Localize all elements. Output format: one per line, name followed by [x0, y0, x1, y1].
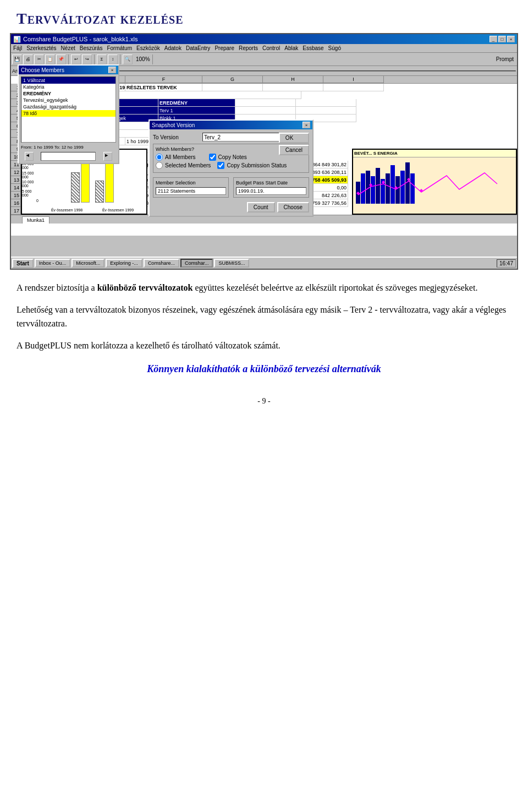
toolbar-sep1: [68, 55, 69, 64]
member-selection-label: Member Selection: [156, 180, 226, 186]
menu-ablak[interactable]: Ablak: [284, 45, 298, 51]
page-number: - 9 -: [0, 397, 528, 417]
selected-members-radio[interactable]: [156, 162, 163, 169]
toolbar-paste[interactable]: 📌: [56, 55, 66, 64]
para1-bold: különböző tervváltozatok: [97, 283, 193, 292]
paragraph-3: A BudgetPLUS nem korlátozza a kezelhető …: [16, 339, 512, 353]
menu-essbase[interactable]: Essbase: [302, 45, 323, 51]
paragraph-2: Lehetőség van a tervváltozatok bizonyos …: [16, 303, 512, 331]
body-section: A rendszer biztosítja a különböző tervvá…: [16, 281, 512, 295]
toolbar-prompt[interactable]: Prompt: [496, 56, 514, 62]
menu-prepare[interactable]: Prepare: [215, 45, 234, 51]
toolbar-cut[interactable]: ✂: [34, 55, 44, 64]
menu-edit[interactable]: Szerkesztés: [26, 45, 56, 51]
maximize-button[interactable]: □: [498, 36, 506, 42]
row-num-12: 12: [11, 168, 21, 176]
menu-tools[interactable]: Eszközök: [136, 45, 160, 51]
menu-control[interactable]: Control: [262, 45, 280, 51]
taskbar-comshar2[interactable]: Comshar...: [180, 259, 213, 268]
col-header-h: H: [263, 76, 323, 83]
chart-label-1998: Év összesen 1998: [51, 208, 82, 212]
taskbar-exploring[interactable]: Exploring -...: [106, 259, 142, 268]
col-header-g: G: [202, 76, 263, 83]
cell-h3: [296, 99, 356, 107]
snapshot-title: Snapshot Version: [152, 122, 195, 128]
svg-marker-4: [407, 178, 410, 181]
choose-members-title: Choose Members: [21, 67, 64, 73]
toolbar-print[interactable]: 🖨: [23, 55, 33, 64]
taskbar-comshare1[interactable]: Comshare...: [144, 259, 179, 268]
choose-members-dialog[interactable]: Choose Members × 1 Változat Kategória ER…: [18, 64, 119, 164]
cell-h1: [263, 84, 323, 91]
para1-start: A rendszer biztosítja a: [16, 283, 97, 292]
body-section-2: Lehetőség van a tervváltozatok bizonyos …: [16, 303, 512, 353]
members-list[interactable]: 1 Változat Kategória EREDMÉNY Tervezési_…: [21, 77, 116, 143]
svg-marker-2: [382, 181, 385, 184]
copy-notes-label: Copy Notes: [218, 154, 247, 160]
taskbar-inbox[interactable]: Inbox - Ou...: [35, 259, 71, 268]
chart-label-1999: Év összesen 1999: [102, 208, 134, 212]
nav-scroll[interactable]: [41, 152, 96, 161]
toolbar-sep3: [120, 55, 120, 64]
cell-g1: [202, 84, 263, 91]
toolbar-undo[interactable]: ↩: [71, 55, 81, 64]
menu-file[interactable]: Fájl: [13, 45, 22, 51]
toolbar-redo[interactable]: ↪: [82, 55, 92, 64]
menu-help[interactable]: Súgó: [328, 45, 341, 51]
close-button[interactable]: ×: [507, 36, 515, 42]
window-title: Comshare BudgetPLUS - sarok_blokk1.xls: [23, 36, 138, 42]
choose-members-close[interactable]: ×: [108, 67, 116, 73]
cell-f1: RÉSZLETES TERVEK: [125, 84, 202, 91]
taskbar: Start Inbox - Ou... Microsoft... Explori…: [11, 257, 517, 269]
toolbar-sum[interactable]: Σ: [97, 55, 107, 64]
snapshot-titlebar: Snapshot Version ×: [150, 121, 312, 129]
choose-button[interactable]: Choose: [277, 202, 309, 212]
formula-input[interactable]: [85, 70, 516, 72]
sheet-tab-munka1[interactable]: Munka1: [22, 216, 50, 224]
start-button[interactable]: Start: [12, 259, 34, 268]
member-kateg[interactable]: Kategória: [21, 84, 116, 90]
copy-submission-check[interactable]: [217, 162, 224, 169]
menu-insert[interactable]: Beszúrás: [80, 45, 103, 51]
budget-pass-label: Budget Pass Start Date: [236, 180, 306, 186]
menu-reports[interactable]: Reports: [239, 45, 258, 51]
taskbar-submiss[interactable]: SUBMISS...: [214, 259, 249, 268]
window-titlebar: 📊 Comshare BudgetPLUS - sarok_blokk1.xls…: [11, 34, 517, 44]
snapshot-cancel-button[interactable]: Cancel: [279, 145, 309, 155]
right-chart: BEVÉT... S ENERGIA: [352, 149, 517, 215]
copy-notes-check[interactable]: [209, 154, 216, 161]
minimize-button[interactable]: _: [490, 36, 497, 42]
menu-view[interactable]: Nézet: [61, 45, 75, 51]
col-header-f: F: [125, 76, 202, 83]
cell-i1: [323, 84, 384, 91]
toolbar-zoom[interactable]: 🔍: [123, 55, 133, 64]
nav-left[interactable]: ◄: [25, 152, 34, 161]
count-button[interactable]: Count: [247, 202, 275, 212]
snapshot-close[interactable]: ×: [302, 122, 310, 128]
toolbar-save[interactable]: 💾: [12, 55, 22, 64]
cell-g3: [235, 99, 296, 107]
member-eredmeny[interactable]: EREDMÉNY: [21, 90, 116, 97]
para1-rest: együttes kezelését beleértve az elkészül…: [193, 283, 477, 292]
row-num-17: 17: [11, 207, 21, 215]
nav-right[interactable]: ►: [103, 152, 112, 161]
menu-format[interactable]: Formátum: [107, 45, 132, 51]
toolbar-sort[interactable]: ↕: [108, 55, 118, 64]
taskbar-microsoft[interactable]: Microsoft...: [72, 259, 105, 268]
member-78[interactable]: 78 Idő: [21, 110, 116, 117]
row-num-15: 15: [11, 192, 21, 199]
snapshot-dialog[interactable]: Snapshot Version × OK Cancel To Version …: [148, 119, 314, 217]
snapshot-ok-button[interactable]: OK: [279, 133, 309, 143]
all-members-radio[interactable]: [156, 154, 163, 161]
member-terv[interactable]: 1 Változat: [21, 77, 116, 84]
budget-pass-group: Budget Pass Start Date 1999.01.19.: [233, 177, 309, 198]
toolbar-sep2: [94, 55, 95, 64]
menu-data[interactable]: Adatok: [164, 45, 182, 51]
from-to-label: From: 1 ho 1999 To: 12 ho 1999: [21, 145, 116, 150]
menu-dataentry[interactable]: DataEntry: [186, 45, 210, 51]
member-gazdas[interactable]: Gazdasági_Igazgatóság: [21, 103, 116, 110]
line-chart-svg: [356, 162, 515, 206]
member-tervegys[interactable]: Tervezési_egységek: [21, 97, 116, 103]
toolbar-copy[interactable]: 📋: [45, 55, 55, 64]
window-icon: 📊: [13, 36, 21, 43]
